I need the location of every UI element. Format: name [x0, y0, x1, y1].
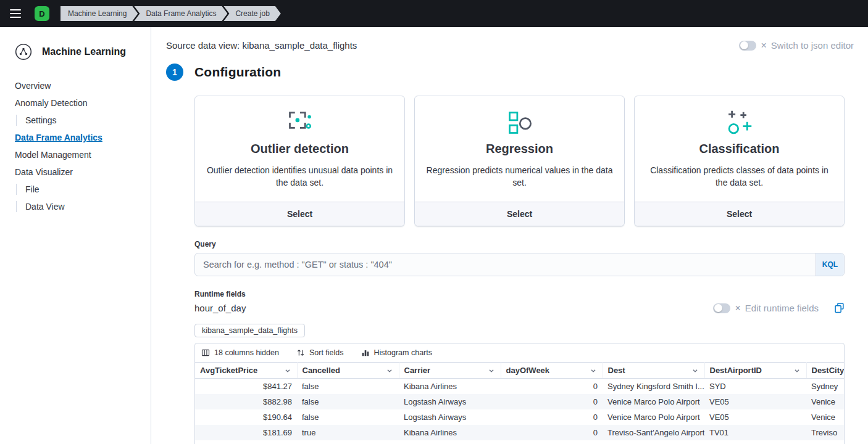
breadcrumb: Machine Learning Data Frame Analytics Cr…	[61, 6, 281, 21]
cell[interactable]: $181.69	[195, 425, 297, 440]
query-bar: KQL	[194, 253, 845, 276]
cell[interactable]: $190.64	[195, 409, 297, 425]
cell[interactable]: 0	[501, 409, 603, 425]
cell[interactable]: 0	[501, 440, 603, 444]
sidebar-item-data-frame-analytics[interactable]: Data Frame Analytics	[15, 132, 141, 143]
columns-hidden-label: 18 columns hidden	[214, 348, 279, 357]
sidebar-item-model-management[interactable]: Model Management	[15, 149, 141, 160]
cell[interactable]: Kibana Airlines	[399, 440, 501, 444]
sidebar-item-file[interactable]: File	[16, 184, 141, 195]
breadcrumb-data-frame-analytics[interactable]: Data Frame Analytics	[134, 6, 227, 21]
table-row: $730.04 false Kibana Airlines 0 Xi'an Xi…	[195, 440, 845, 444]
kql-button[interactable]: KQL	[816, 253, 844, 276]
cell[interactable]: false	[297, 394, 399, 409]
sidebar-item-anomaly-detection[interactable]: Anomaly Detection	[15, 97, 141, 109]
cell[interactable]: Sydney Kingsford Smith I...	[603, 379, 704, 395]
outlier-detection-card[interactable]: Outlier detection Outlier detection iden…	[194, 96, 405, 226]
runtime-fields-label: Runtime fields	[194, 290, 845, 298]
breadcrumb-machine-learning[interactable]: Machine Learning	[61, 6, 138, 21]
cell[interactable]: Logstash Airways	[399, 394, 501, 409]
cell[interactable]: Kibana Airlines	[399, 379, 501, 395]
histogram-charts-button[interactable]: Histogram charts	[361, 348, 432, 357]
column-header-destcityname[interactable]: DestCityName	[806, 363, 845, 379]
chevron-down-icon[interactable]	[691, 366, 699, 375]
column-header-cancelled[interactable]: Cancelled	[297, 363, 399, 379]
cell[interactable]: false	[297, 409, 399, 425]
cell[interactable]: SYD	[704, 379, 806, 395]
sidebar-item-overview[interactable]: Overview	[15, 80, 141, 91]
column-label: dayOfWeek	[506, 366, 550, 375]
cell[interactable]: Treviso-Sant'Angelo Airport	[603, 425, 704, 440]
cell[interactable]: $841.27	[195, 379, 297, 395]
cross-icon: ×	[735, 303, 740, 313]
chevron-down-icon[interactable]	[283, 366, 292, 375]
cell[interactable]: 0	[501, 425, 603, 440]
sort-fields-button[interactable]: Sort fields	[296, 348, 344, 357]
sort-fields-label: Sort fields	[309, 348, 344, 357]
cell[interactable]: false	[297, 379, 399, 395]
clipboard-icon[interactable]	[834, 303, 845, 313]
columns-hidden-button[interactable]: 18 columns hidden	[201, 348, 279, 357]
json-editor-toggle[interactable]	[739, 41, 756, 51]
column-header-avgticketprice[interactable]: AvgTicketPrice	[195, 363, 297, 379]
card-description: Outlier detection identifies unusual dat…	[205, 164, 394, 189]
chevron-down-icon[interactable]	[589, 366, 598, 375]
json-editor-toggle-label: Switch to json editor	[771, 40, 854, 51]
cell[interactable]: false	[297, 440, 399, 444]
cell[interactable]: Logstash Airways	[399, 409, 501, 425]
column-header-carrier[interactable]: Carrier	[399, 363, 501, 379]
chevron-down-icon[interactable]	[487, 366, 496, 375]
cell[interactable]: Xi'an	[806, 440, 845, 444]
query-input[interactable]	[195, 253, 816, 276]
table-row: $882.98 false Logstash Airways 0 Venice …	[195, 394, 845, 409]
regression-select-button[interactable]: Select	[415, 202, 624, 226]
sidebar-item-data-view[interactable]: Data View	[16, 201, 141, 212]
outlier-detection-icon	[286, 109, 314, 136]
sidebar-item-settings[interactable]: Settings	[16, 115, 141, 126]
cell[interactable]: 0	[501, 394, 603, 409]
classification-card[interactable]: Classification Classification predicts c…	[634, 96, 845, 226]
cell[interactable]: Venice Marco Polo Airport	[603, 394, 704, 409]
top-bar: D Machine Learning Data Frame Analytics …	[0, 0, 868, 27]
column-header-dayofweek[interactable]: dayOfWeek	[501, 363, 603, 379]
outlier-detection-select-button[interactable]: Select	[195, 202, 404, 226]
cell[interactable]: Treviso	[806, 425, 845, 440]
cell[interactable]: Kibana Airlines	[399, 425, 501, 440]
card-title: Classification	[645, 142, 834, 156]
cell[interactable]: $730.04	[195, 440, 297, 444]
cell[interactable]: 0	[501, 379, 603, 395]
edit-runtime-fields-toggle[interactable]	[713, 303, 730, 313]
runtime-field-name: hour_of_day	[194, 303, 246, 313]
sidebar-item-data-visualizer[interactable]: Data Visualizer	[15, 166, 141, 178]
cell[interactable]: VE05	[704, 394, 806, 409]
cell[interactable]: Venice	[806, 394, 845, 409]
cell[interactable]: XIY	[704, 440, 806, 444]
cell[interactable]: Venice Marco Polo Airport	[603, 409, 704, 425]
space-avatar[interactable]: D	[35, 6, 49, 21]
cell[interactable]: TV01	[704, 425, 806, 440]
sidebar-nav: Overview Anomaly Detection Settings Data…	[15, 80, 141, 212]
table-row: $181.69 true Kibana Airlines 0 Treviso-S…	[195, 425, 845, 440]
classification-select-button[interactable]: Select	[635, 202, 844, 226]
cell[interactable]: Xi'an Xianyang Internatio...	[603, 440, 704, 444]
step-number-badge: 1	[166, 64, 183, 81]
cell[interactable]: $882.98	[195, 394, 297, 409]
column-label: DestCityName	[812, 366, 845, 375]
breadcrumb-create-job[interactable]: Create job	[223, 6, 280, 21]
column-label: Dest	[608, 366, 625, 375]
source-data-view-label: Source data view: kibana_sample_data_fli…	[166, 40, 357, 51]
chevron-down-icon[interactable]	[793, 366, 801, 375]
query-label: Query	[194, 240, 845, 249]
sort-icon	[296, 348, 305, 357]
cell[interactable]: true	[297, 425, 399, 440]
chevron-down-icon[interactable]	[385, 366, 394, 375]
column-label: AvgTicketPrice	[200, 366, 257, 375]
cell[interactable]: Venice	[806, 409, 845, 425]
table-header-row: AvgTicketPrice Cancelled Carrier dayOfWe…	[195, 363, 845, 379]
column-header-dest[interactable]: Dest	[603, 363, 704, 379]
cell[interactable]: VE05	[704, 409, 806, 425]
column-header-destairportid[interactable]: DestAirportID	[704, 363, 806, 379]
menu-icon[interactable]	[9, 4, 22, 23]
cell[interactable]: Sydney	[806, 379, 845, 395]
regression-card[interactable]: Regression Regression predicts numerical…	[414, 96, 625, 226]
